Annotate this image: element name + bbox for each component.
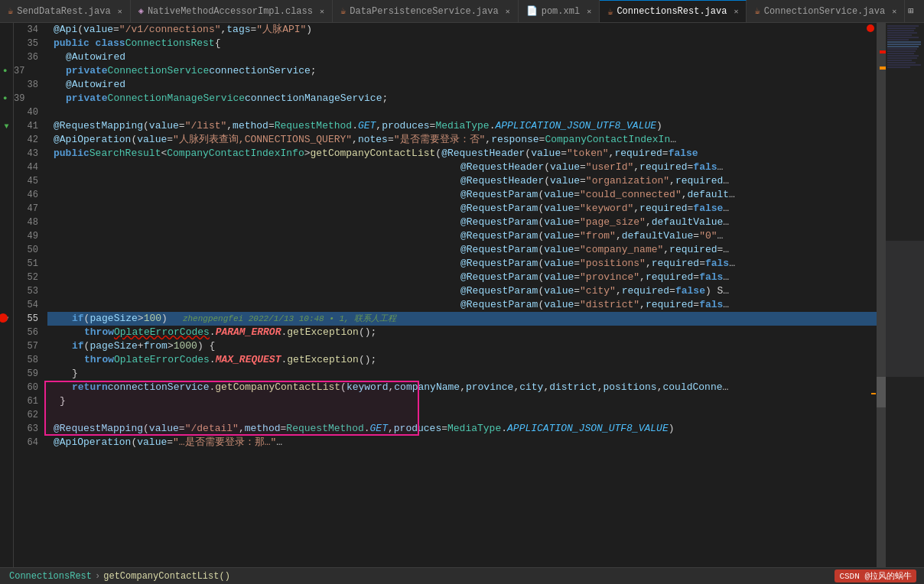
- line-num-54: 54: [14, 298, 38, 312]
- breadcrumb-icon[interactable]: ≡: [920, 5, 924, 18]
- code-line-34: @Api(value = "/v1/connections", tags = "…: [47, 23, 886, 37]
- code-line-55: if (pageSize > 100) zhengpengfei 2022/1/…: [47, 312, 886, 326]
- line-num-51: 51: [14, 257, 38, 271]
- line-num-39: ● 39: [14, 92, 38, 105]
- editor-toolbar: ⊞ ≡ ⚙ Mav: [905, 4, 924, 18]
- scrollbar-thumb[interactable]: [877, 377, 886, 407]
- code-line-58: throw OplateErrorCodes.MAX_REQUEST.getEx…: [47, 353, 886, 367]
- line-num-62: 62: [14, 408, 38, 422]
- code-line-47: @RequestParam(value = "keyword",required…: [47, 202, 886, 216]
- code-line-37: private ConnectionService connectionServ…: [47, 64, 886, 78]
- tab-connections-rest[interactable]: ☕ ConnectionsRest.java ✕: [600, 0, 747, 23]
- scroll-indicator-orange: [871, 393, 876, 394]
- code-line-64: @ApiOperation(value = "…是否需要登录：那…"…: [47, 436, 886, 449]
- line-num-47: 47: [14, 202, 38, 216]
- tab-close-icon[interactable]: ✕: [892, 7, 896, 16]
- structure-icon[interactable]: ⊞: [905, 4, 916, 18]
- csdn-badge: CSDN @拉风的蜗牛: [835, 569, 916, 582]
- line-num-37: ● 37: [14, 64, 38, 78]
- java-icon: ☕: [607, 6, 613, 18]
- error-indicator: [867, 24, 874, 32]
- line-num-55: 55: [14, 312, 38, 326]
- bottom-status-bar: ConnectionsRest › getCompanyContactList(…: [0, 567, 924, 584]
- line-num-50: 50: [14, 243, 38, 257]
- class-icon: ◈: [138, 5, 144, 17]
- code-line-42: @ApiOperation(value = "人脉列表查询,CONNECTION…: [47, 133, 886, 147]
- code-line-36: @Autowired: [47, 50, 886, 64]
- line-num-34: 34: [14, 23, 38, 37]
- line-num-44: 44: [14, 161, 38, 174]
- breadcrumb: ConnectionsRest › getCompanyContactList(…: [0, 571, 835, 582]
- tab-connection-service[interactable]: ☕ ConnectionService.java ✕: [747, 0, 905, 23]
- vertical-scrollbar[interactable]: [877, 23, 886, 567]
- tab-bar: ☕ SendDataRest.java ✕ ◈ NativeMethodAcce…: [0, 0, 924, 23]
- code-line-56: throw OplateErrorCodes.PARAM_ERROR.getEx…: [47, 326, 886, 339]
- line-num-35: 35: [14, 37, 38, 50]
- breadcrumb-item-class[interactable]: ConnectionsRest: [9, 571, 92, 582]
- line-num-42: 42: [14, 133, 38, 147]
- git-blame-55: zhengpengfei 2022/1/13 10:48 • 1, 联系人工程: [183, 312, 396, 326]
- line-num-49: 49: [14, 229, 38, 243]
- line-num-59: 59: [14, 367, 38, 381]
- line-num-40: 40: [14, 105, 38, 119]
- tab-label: ConnectionsRest.java: [617, 6, 727, 17]
- line-num-60: 60: [14, 381, 38, 394]
- tab-label: DataPersistenceService.java: [350, 6, 498, 17]
- scrollbar-error-marker: [880, 50, 886, 54]
- line-num-63: 63: [14, 422, 38, 436]
- code-line-63: @RequestMapping(value = "/detail", metho…: [47, 422, 886, 436]
- tab-close-icon[interactable]: ✕: [320, 7, 324, 16]
- line-num-46: 46: [14, 188, 38, 202]
- code-line-60: return connectionService.getCompanyConta…: [47, 381, 886, 394]
- scrollbar-gutter: [874, 23, 876, 567]
- line-num-61: 61: [14, 394, 38, 408]
- code-line-51: @RequestParam(value = "positions",requir…: [47, 257, 886, 271]
- line-num-48: 48: [14, 216, 38, 229]
- green-dot-39: ●: [3, 92, 7, 105]
- line-num-41: 41: [14, 119, 38, 133]
- tab-send-data-rest[interactable]: ☕ SendDataRest.java ✕: [0, 0, 131, 23]
- breadcrumb-separator: ›: [95, 571, 100, 582]
- scrollbar-warning-marker: [880, 67, 886, 70]
- java-icon: ☕: [340, 5, 346, 17]
- code-editor[interactable]: @Api(value = "/v1/connections", tags = "…: [44, 23, 886, 567]
- status-right-area: CSDN @拉风的蜗牛: [835, 569, 924, 582]
- code-line-54: @RequestParam(value = "district",require…: [47, 298, 886, 312]
- line-num-64: 64: [14, 436, 38, 449]
- tab-close-icon[interactable]: ✕: [118, 7, 122, 16]
- tab-label: NativeMethodAccessorImpl.class: [148, 6, 313, 17]
- code-line-40: [47, 105, 886, 119]
- tab-close-icon[interactable]: ✕: [587, 7, 591, 16]
- minimap-content: [886, 23, 924, 70]
- minimap: [886, 23, 924, 567]
- line-num-52: 52: [14, 271, 38, 284]
- code-line-41: @RequestMapping(value = "/list", method …: [47, 119, 886, 133]
- code-line-48: @RequestParam(value = "page_size", defau…: [47, 216, 886, 229]
- breadcrumb-item-method[interactable]: getCompanyContactList(): [103, 571, 230, 582]
- code-line-52: @RequestParam(value = "province",require…: [47, 271, 886, 284]
- fold-icon-41[interactable]: ▼: [4, 122, 8, 131]
- line-num-36: 36: [14, 50, 38, 64]
- line-num-53: 53: [14, 284, 38, 298]
- line-num-56: 56: [14, 326, 38, 339]
- code-line-49: @RequestParam(value = "from", defaultVal…: [47, 229, 886, 243]
- code-line-46: @RequestParam(value = "could_connected",…: [47, 188, 886, 202]
- tab-label: SendDataRest.java: [17, 6, 110, 17]
- java-icon: ☕: [8, 5, 13, 17]
- line-num-57: 57: [14, 339, 38, 353]
- tab-pom-xml[interactable]: 📄 pom.xml ✕: [519, 0, 600, 23]
- code-line-35: public class ConnectionsRest {: [47, 37, 886, 50]
- tab-native-method[interactable]: ◈ NativeMethodAccessorImpl.class ✕: [131, 0, 333, 23]
- line-num-38: 38: [14, 78, 38, 92]
- java-icon: ☕: [754, 5, 760, 17]
- tab-label: ConnectionService.java: [764, 6, 885, 17]
- code-line-50: @RequestParam(value = "company_name",req…: [47, 243, 886, 257]
- tab-close-icon[interactable]: ✕: [734, 7, 738, 16]
- code-line-57: if (pageSize+from>1000) {: [47, 339, 886, 353]
- tab-close-icon[interactable]: ✕: [506, 7, 510, 16]
- code-line-44: @RequestHeader(value = "userId", require…: [47, 161, 886, 174]
- code-line-43: public SearchResult<CompanyContactIndexI…: [47, 147, 886, 161]
- xml-icon: 📄: [526, 5, 538, 17]
- tab-data-persistence[interactable]: ☕ DataPersistenceService.java ✕: [333, 0, 519, 23]
- minimap-viewport: [886, 241, 924, 377]
